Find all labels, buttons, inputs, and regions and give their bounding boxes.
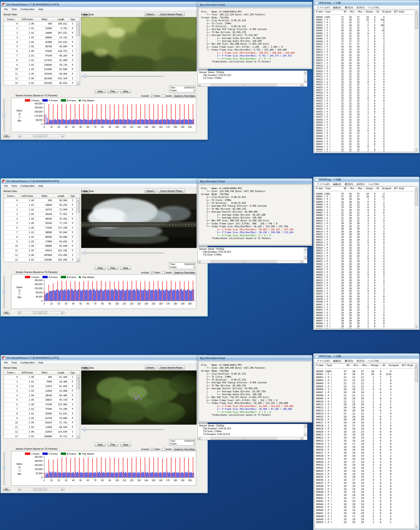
menu-item-file[interactable]: File bbox=[2, 184, 9, 188]
bytes-radio[interactable] bbox=[18, 289, 21, 292]
table-row[interactable]: 102.04B34C057,792P bbox=[4, 421, 80, 425]
notepad-vertical-scrollbar[interactable]: ▲ ▼ bbox=[415, 363, 418, 529]
mini-hscrollbar-thumb[interactable]: ||| bbox=[211, 84, 277, 86]
mini-horizontal-scrollbar[interactable]: ◄ ||| ► bbox=[198, 83, 304, 87]
sel-bottom-button[interactable]: SEL bbox=[3, 311, 10, 315]
mini-scroll-left-icon[interactable]: ◄ bbox=[198, 437, 201, 440]
mini-scroll-left-icon[interactable]: ◄ bbox=[198, 261, 201, 263]
table-row[interactable]: 31.032184041,088P bbox=[4, 389, 80, 393]
menu-item-help[interactable]: Help bbox=[37, 361, 45, 364]
audio-checkbox[interactable] bbox=[162, 95, 165, 97]
close-stream-player-button[interactable]: Close Stream Player bbox=[158, 189, 185, 193]
hscrollbar-thumb[interactable]: ||| bbox=[33, 488, 47, 490]
scroll-down-icon[interactable]: ▼ bbox=[77, 435, 80, 438]
seek-slider-thumb[interactable] bbox=[84, 428, 86, 431]
seek-slider[interactable] bbox=[81, 251, 164, 255]
stop-button[interactable]: Stop bbox=[95, 89, 106, 93]
info-panel-titlebar[interactable]: Big Information Panel bbox=[198, 2, 312, 7]
mini-scroll-left-icon[interactable]: ◄ bbox=[198, 84, 201, 86]
table-row[interactable]: 92.0312DD4078,720P bbox=[4, 63, 80, 67]
notepad-menu-item[interactable]: ファイル(F) bbox=[315, 5, 331, 10]
mini-scroll-down-icon[interactable]: ▼ bbox=[304, 433, 307, 436]
stream-data-table[interactable]: FrameGOP.FrameOffsetLengthType 01.003001… bbox=[4, 17, 80, 85]
trackbar-thumb[interactable] bbox=[3, 291, 5, 293]
table-row[interactable]: 62.0097D40418,752I bbox=[4, 49, 80, 54]
table-vertical-scrollbar[interactable]: ▲ ▼ bbox=[76, 22, 80, 85]
table-row[interactable]: 21.0234080207,552P bbox=[4, 31, 80, 35]
streamparser-titlebar[interactable]: GH StreamParser 2.7 [R:¥0408¥00009.MTS] bbox=[1, 179, 207, 184]
bits-radio[interactable] bbox=[18, 469, 21, 472]
table-rows[interactable]: 01.00300198,912I11.01316809,792P21.02340… bbox=[4, 22, 80, 85]
play-button[interactable]: Play bbox=[107, 266, 118, 270]
notepad-text-area[interactable]: Frame--Type QP---Min---Max---Range---DC … bbox=[315, 10, 418, 152]
table-row[interactable]: 82.0292E8061,632P bbox=[4, 411, 80, 416]
scrollbar-thumb[interactable] bbox=[77, 202, 80, 213]
table-row[interactable]: 41.046CD80133,632P bbox=[4, 40, 80, 44]
notepad-menu-item[interactable]: ヘルプ(H) bbox=[366, 5, 380, 10]
menu-item-tools[interactable]: Tools bbox=[10, 7, 19, 11]
table-rows[interactable]: 01.0030096,960I11.011884056,256P21.02267… bbox=[4, 198, 80, 262]
scroll-right-icon[interactable]: ► bbox=[61, 488, 64, 490]
info-panel-titlebar[interactable]: Big Information Panel bbox=[198, 355, 312, 361]
notepad-vertical-scrollbar[interactable]: ▲ ▼ bbox=[415, 10, 418, 152]
bytes-radio[interactable] bbox=[18, 113, 21, 115]
table-vertical-scrollbar[interactable]: ▲ ▼ bbox=[76, 375, 80, 439]
mini-horizontal-scrollbar[interactable]: ◄ ||| ► bbox=[198, 437, 304, 440]
scrollbar-thumb[interactable] bbox=[77, 379, 80, 389]
column-header-frame[interactable]: Frame bbox=[4, 371, 19, 375]
column-header-type[interactable]: Type bbox=[69, 194, 77, 198]
notepad-text-area[interactable]: Frame--Type QP---Min---Max---Range---DC … bbox=[315, 187, 418, 329]
detach-button[interactable]: Detach bbox=[145, 189, 156, 193]
notepad-menu-item[interactable]: ファイル(F) bbox=[315, 182, 331, 186]
detach-button[interactable]: Detach bbox=[145, 365, 156, 369]
mini-hscrollbar-thumb[interactable]: ||| bbox=[211, 437, 277, 440]
table-header-row[interactable]: FrameGOP.FrameOffsetLengthType bbox=[4, 17, 80, 22]
notepad-scrollbar-thumb[interactable] bbox=[415, 190, 418, 206]
switch-to-time-mode-button[interactable]: Switch to Time Mode bbox=[173, 271, 196, 275]
table-row[interactable]: 92.03A1F4070,080P bbox=[4, 416, 80, 421]
mini-scroll-up-icon[interactable]: ▲ bbox=[304, 71, 307, 74]
notepad-menu-item[interactable]: ヘルプ(H) bbox=[366, 182, 380, 186]
table-row[interactable]: 11.01316809,792P bbox=[4, 26, 80, 31]
mini-vertical-scrollbar[interactable]: ▲ ▼ bbox=[304, 71, 307, 83]
notepad-menu-item[interactable]: 編集(E) bbox=[332, 359, 343, 363]
notepad-vertical-scrollbar[interactable]: ▲ ▼ bbox=[415, 187, 418, 329]
table-row[interactable]: 41.044B54076,992P bbox=[4, 217, 80, 221]
step-button[interactable]: Step bbox=[120, 266, 131, 270]
mini-scroll-up-icon[interactable]: ▲ bbox=[304, 248, 307, 251]
menu-item-file[interactable]: File bbox=[2, 361, 9, 364]
video-checkbox[interactable]: ✓ bbox=[151, 448, 153, 451]
notepad-menu-item[interactable]: 書式(O) bbox=[343, 5, 355, 10]
notepad-scrollbar-thumb[interactable] bbox=[415, 367, 418, 382]
table-row[interactable]: 112.05F60C0102,336P bbox=[4, 249, 80, 253]
bits-radio[interactable] bbox=[18, 116, 21, 118]
table-header-row[interactable]: FrameGOP.FrameOffsetLengthType bbox=[4, 371, 80, 375]
scroll-up-icon[interactable]: ▲ bbox=[77, 375, 80, 379]
scroll-up-icon[interactable]: ▲ bbox=[77, 22, 80, 25]
menu-item-configuration[interactable]: Configuration bbox=[19, 7, 36, 11]
table-row[interactable]: 72.01FF24099,264P bbox=[4, 54, 80, 58]
column-header-type[interactable]: Type bbox=[69, 17, 77, 21]
notepad-scroll-down-icon[interactable]: ▼ bbox=[415, 148, 418, 152]
menu-item-file[interactable]: File bbox=[2, 7, 9, 11]
notepad-menu-item[interactable]: 編集(E) bbox=[332, 182, 343, 186]
audio-checkbox[interactable] bbox=[162, 448, 165, 451]
scrollbar-thumb[interactable] bbox=[77, 25, 80, 36]
seek-slider-thumb[interactable] bbox=[84, 251, 86, 255]
notepad-scroll-up-icon[interactable]: ▲ bbox=[415, 187, 418, 190]
notepad-scroll-up-icon[interactable]: ▲ bbox=[415, 10, 418, 13]
mini-scroll-up-icon[interactable]: ▲ bbox=[304, 424, 307, 427]
close-stream-player-button[interactable]: Close Stream Player bbox=[158, 12, 185, 16]
table-row[interactable]: 62.0047100225,984I bbox=[4, 402, 80, 407]
mini-vertical-scrollbar[interactable]: ▲ ▼ bbox=[304, 424, 307, 437]
notepad-menu-item[interactable]: ファイル(F) bbox=[315, 359, 331, 363]
table-row[interactable]: 123.00D29C0224,640I bbox=[4, 430, 80, 434]
table-rows[interactable]: 01.0030061,440I11.01FD8010,368P21.02129C… bbox=[4, 375, 80, 439]
table-row[interactable]: 01.00300198,912I bbox=[4, 22, 80, 26]
scroll-up-icon[interactable]: ▲ bbox=[77, 199, 80, 202]
table-row[interactable]: 51.055E20077,376P bbox=[4, 221, 80, 226]
menu-item-help[interactable]: Help bbox=[37, 7, 45, 11]
mini-vertical-scrollbar[interactable]: ▲ ▼ bbox=[304, 247, 307, 260]
mini-scroll-down-icon[interactable]: ▼ bbox=[304, 80, 307, 83]
scroll-left-icon[interactable]: ◄ bbox=[18, 488, 21, 490]
